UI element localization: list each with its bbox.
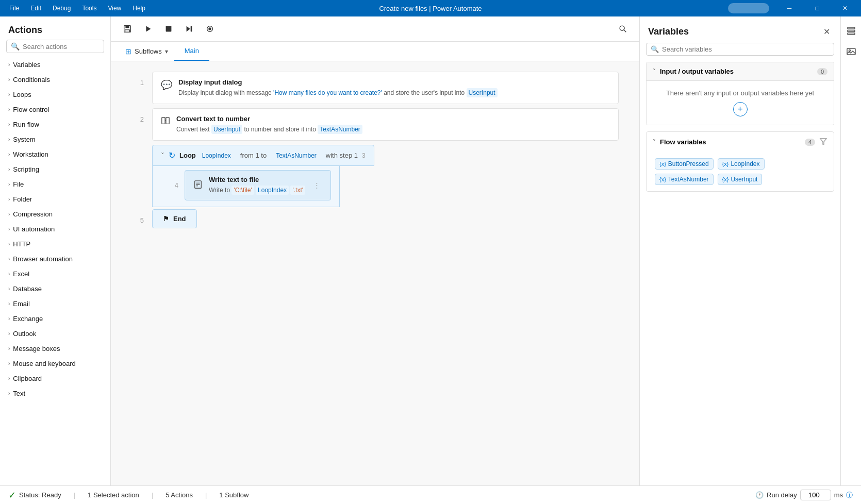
action-item-exchange[interactable]: › Exchange <box>0 311 110 326</box>
action-item-compression[interactable]: › Compression <box>0 207 110 222</box>
action-item-http[interactable]: › HTTP <box>0 237 110 251</box>
action-label: Compression <box>13 210 53 218</box>
chevron-icon: › <box>8 92 10 97</box>
chevron-icon: › <box>8 166 10 172</box>
stop-button[interactable] <box>160 21 177 37</box>
loop-header[interactable]: ˅ ↻ Loop LoopIndex from 1 to TextAsNumbe… <box>152 145 374 166</box>
flow-step-4[interactable]: Write text to file Write to 'C:\file' Lo… <box>185 170 331 200</box>
window-title: Create new files | Power Automate <box>379 5 482 12</box>
chevron-icon: › <box>8 361 10 366</box>
var-chip-loopindex[interactable]: {x} LoopIndex <box>718 158 765 170</box>
search-actions-input[interactable] <box>23 43 100 51</box>
flow-step-2[interactable]: Convert text to number Convert text User… <box>152 108 619 141</box>
action-item-conditionals[interactable]: › Conditionals <box>0 72 110 87</box>
action-item-database[interactable]: › Database <box>0 281 110 296</box>
action-item-outlook[interactable]: › Outlook <box>0 326 110 341</box>
flow-vars-count: 4 <box>805 139 815 146</box>
subflow-count: 1 Subflow <box>219 491 249 499</box>
chevron-icon: › <box>8 122 10 127</box>
chevron-icon: › <box>8 301 10 307</box>
var-chip-textasnumber[interactable]: {x} TextAsNumber <box>655 174 714 185</box>
action-item-messageboxes[interactable]: › Message boxes <box>0 341 110 356</box>
action-item-system[interactable]: › System <box>0 132 110 147</box>
action-item-email[interactable]: › Email <box>0 296 110 311</box>
chevron-icon: › <box>8 196 10 202</box>
subflows-button[interactable]: ⊞ Subflows ▾ <box>119 42 174 61</box>
step-2-desc: Convert text UserInput to number and sto… <box>176 125 610 134</box>
var-chip-label: TextAsNumber <box>668 176 709 183</box>
action-label: Conditionals <box>13 76 50 83</box>
flow-vars-filter-icon[interactable] <box>819 137 827 147</box>
action-item-uiautomation[interactable]: › UI automation <box>0 222 110 237</box>
menu-file[interactable]: File <box>4 3 24 14</box>
status-sep-2: | <box>152 491 153 499</box>
search-button[interactable] <box>615 21 631 37</box>
action-item-variables[interactable]: › Variables <box>0 57 110 72</box>
svg-point-9 <box>620 26 624 30</box>
action-item-scripting[interactable]: › Scripting <box>0 162 110 177</box>
action-item-folder[interactable]: › Folder <box>0 192 110 207</box>
action-item-file[interactable]: › File <box>0 177 110 192</box>
action-item-clipboard[interactable]: › Clipboard <box>0 371 110 386</box>
svg-marker-3 <box>146 26 151 32</box>
search-toolbar-btn[interactable] <box>615 21 631 37</box>
minimize-button[interactable]: ─ <box>777 0 801 16</box>
record-button[interactable] <box>202 21 218 37</box>
step-1-prefix: Display input dialog with message <box>178 89 273 96</box>
side-image-button[interactable] <box>843 43 859 60</box>
action-label: Variables <box>13 61 40 69</box>
info-icon[interactable]: ⓘ <box>846 491 853 500</box>
chevron-icon: › <box>8 241 10 247</box>
var-chip-icon: {x} <box>722 176 729 182</box>
menu-edit[interactable]: Edit <box>25 3 46 14</box>
action-item-workstation[interactable]: › Workstation <box>0 147 110 162</box>
tab-main[interactable]: Main <box>174 42 209 61</box>
add-variable-button[interactable]: + <box>733 102 748 116</box>
end-wrapper: ⚑ End <box>152 209 197 228</box>
action-label: Message boxes <box>13 345 60 352</box>
svg-rect-2 <box>125 30 130 32</box>
flow-step-end[interactable]: ⚑ End <box>152 209 197 228</box>
subflows-icon: ⊞ <box>125 47 131 56</box>
menu-bar: File Edit Debug Tools View Help <box>4 3 151 14</box>
action-item-runflow[interactable]: › Run flow <box>0 117 110 132</box>
run-button[interactable] <box>140 21 156 37</box>
search-variables-box[interactable]: 🔍 <box>646 43 834 56</box>
menu-view[interactable]: View <box>103 3 126 14</box>
chevron-icon: › <box>8 77 10 82</box>
side-layers-button[interactable] <box>843 23 859 39</box>
input-output-body: There aren't any input or output variabl… <box>647 81 834 125</box>
action-item-loops[interactable]: › Loops <box>0 87 110 102</box>
action-item-browserautomation[interactable]: › Browser automation <box>0 251 110 266</box>
action-item-text[interactable]: › Text <box>0 386 110 401</box>
variables-close-button[interactable]: ✕ <box>821 25 832 39</box>
close-button[interactable]: ✕ <box>833 0 857 16</box>
search-actions-box[interactable]: 🔍 <box>6 40 104 53</box>
step-2-content: Convert text to number Convert text User… <box>176 115 610 134</box>
action-item-excel[interactable]: › Excel <box>0 266 110 281</box>
var-chip-buttonpressed[interactable]: {x} ButtonPressed <box>655 158 714 170</box>
menu-debug[interactable]: Debug <box>47 3 76 14</box>
next-button[interactable] <box>181 21 197 37</box>
search-variables-input[interactable] <box>662 45 830 53</box>
step-1-link: 'How many files do you want to create?' <box>273 89 382 96</box>
convert-icon <box>161 116 170 128</box>
save-button[interactable] <box>119 21 136 37</box>
step-1-mid: and store the user's input into <box>382 89 467 96</box>
menu-tools[interactable]: Tools <box>77 3 102 14</box>
flow-vars-chevron: ˅ <box>653 139 656 146</box>
flow-vars-header[interactable]: ˅ Flow variables 4 <box>647 132 834 152</box>
svg-rect-22 <box>847 48 855 55</box>
step-4-more-button[interactable]: ⋮ <box>311 179 322 191</box>
maximize-button[interactable]: □ <box>805 0 829 16</box>
flow-step-1[interactable]: 💬 Display input dialog Display input dia… <box>152 72 619 104</box>
status-dot-icon: ✓ <box>8 490 16 501</box>
run-delay-input[interactable] <box>800 490 831 500</box>
loop-toggle[interactable]: ˅ <box>161 152 164 159</box>
action-item-flowcontrol[interactable]: › Flow control <box>0 102 110 117</box>
end-flag-icon: ⚑ <box>163 215 169 223</box>
menu-help[interactable]: Help <box>127 3 151 14</box>
input-output-section-header[interactable]: ˅ Input / output variables 0 <box>647 62 834 81</box>
var-chip-userinput[interactable]: {x} UserInput <box>718 174 763 185</box>
action-item-mousekeyboard[interactable]: › Mouse and keyboard <box>0 356 110 371</box>
